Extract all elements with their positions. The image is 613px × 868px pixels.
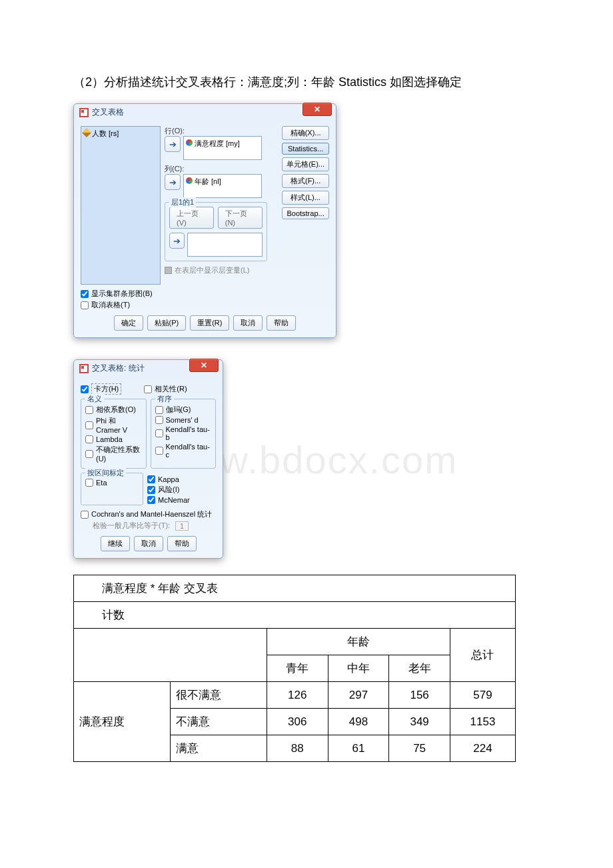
cell-2-2: 75 — [389, 735, 450, 762]
rows-label: 行(O): — [165, 126, 278, 136]
corr-label: 相关性(R) — [155, 384, 187, 394]
paste-button[interactable]: 粘贴(P) — [147, 315, 187, 331]
phi-cramer-check[interactable]: Phi 和 Cramer V — [85, 416, 142, 434]
cols-listbox[interactable]: 年龄 [nl] — [183, 174, 262, 198]
cmh-ratio-row: 检验一般几率比等于(T): 1 — [93, 521, 216, 531]
scale-icon — [82, 128, 91, 137]
help-button-2[interactable]: 帮助 — [167, 536, 197, 551]
crosstabs-dialog: 交叉表格 ✕ 人数 [rs] 行(O): ➔ 满意程度 [my] 列(C): ➔ — [73, 103, 336, 338]
move-to-rows-button[interactable]: ➔ — [165, 136, 181, 152]
table-row: 满意程度 很不满意 126 297 156 579 — [74, 682, 516, 709]
reset-button[interactable]: 重置(R) — [190, 315, 229, 331]
row-2-label: 满意 — [170, 735, 267, 762]
close-icon[interactable]: ✕ — [303, 103, 332, 116]
cluster-bar-checkbox[interactable] — [81, 290, 89, 298]
cell-1-t: 1153 — [450, 709, 515, 735]
col-young: 青年 — [267, 655, 328, 682]
svg-rect-5 — [81, 366, 84, 369]
cmh-value-field: 1 — [175, 521, 189, 531]
ordinal-legend: 有序 — [155, 394, 174, 404]
risk-checkbox[interactable] — [147, 486, 155, 494]
cell-1-2: 349 — [389, 709, 450, 735]
statistics-button[interactable]: Statistics... — [282, 143, 329, 155]
cluster-bar-check[interactable]: 显示集群条形图(B) — [81, 289, 329, 299]
move-to-cols-button[interactable]: ➔ — [165, 174, 181, 190]
suppress-tables-check[interactable]: 取消表格(T) — [81, 300, 329, 310]
row-group-label: 满意程度 — [74, 682, 171, 762]
cell-2-t: 224 — [450, 735, 515, 762]
risk-label: 风险(I) — [158, 485, 179, 495]
crosstab-result: 满意程度 * 年龄 交叉表 计数 年龄 总计 青年 中年 老年 满意程度 很不满… — [73, 575, 546, 762]
layer-next-button[interactable]: 下一页(N) — [218, 207, 263, 229]
cmh-sub-label: 检验一般几率比等于(T): — [93, 521, 170, 531]
svg-rect-2 — [81, 110, 84, 113]
interval-legend: 按区间标定 — [85, 468, 126, 478]
row-0-label: 很不满意 — [170, 682, 267, 709]
nominal-0: 相依系数(O) — [96, 405, 136, 415]
col-var: 年龄 [nl] — [195, 177, 221, 185]
cmh-check[interactable]: Cochran's and Mantel-Haenszel 统计 — [81, 509, 216, 519]
cells-button[interactable]: 单元格(E)... — [282, 157, 329, 171]
instruction-text: （2）分析描述统计交叉表格行：满意度;列：年龄 Statistics 如图选择确… — [73, 73, 546, 91]
table-title: 满意程度 * 年龄 交叉表 — [74, 575, 516, 602]
lambda-checkbox[interactable] — [85, 435, 93, 443]
age-header: 年龄 — [267, 629, 450, 655]
move-to-layer-button[interactable]: ➔ — [169, 233, 185, 249]
bootstrap-button[interactable]: Bootstrap... — [282, 207, 329, 219]
kendall-tau-b-check[interactable]: Kendall's tau-b — [155, 425, 212, 441]
gamma-checkbox[interactable] — [155, 406, 163, 414]
cmh-label: Cochran's and Mantel-Haenszel 统计 — [91, 509, 212, 519]
style-button[interactable]: 样式(L)... — [282, 191, 329, 205]
somers-d-check[interactable]: Somers' d — [155, 416, 212, 424]
layer-listbox[interactable] — [187, 233, 263, 257]
col-old: 老年 — [389, 655, 450, 682]
chi-label: 卡方(H) — [91, 383, 121, 395]
contingency-check[interactable]: 相依系数(O) — [85, 405, 142, 415]
gamma-check[interactable]: 伽玛(G) — [155, 405, 212, 415]
somers-d-checkbox[interactable] — [155, 416, 163, 424]
format-button[interactable]: 格式(F)... — [282, 174, 329, 188]
contingency-checkbox[interactable] — [85, 406, 93, 414]
cell-0-0: 126 — [267, 682, 328, 709]
chi-square-check[interactable]: 卡方(H) — [81, 383, 121, 395]
lambda-check[interactable]: Lambda — [85, 435, 142, 443]
close-icon[interactable]: ✕ — [189, 359, 219, 372]
eta-check[interactable]: Eta — [85, 479, 139, 487]
correlations-checkbox[interactable] — [144, 385, 152, 393]
exact-button[interactable]: 精确(X)... — [282, 126, 329, 140]
row-var: 满意程度 [my] — [195, 139, 240, 147]
mcnemar-checkbox[interactable] — [147, 496, 155, 504]
layer-prev-button[interactable]: 上一页(V) — [169, 207, 214, 229]
ordinal-0: 伽玛(G) — [166, 405, 191, 415]
kendall-tau-c-check[interactable]: Kendall's tau-c — [155, 443, 212, 459]
app-icon — [79, 364, 89, 373]
cell-0-2: 156 — [389, 682, 450, 709]
layer-legend: 层1的1 — [169, 197, 196, 207]
ok-button[interactable]: 确定 — [114, 315, 143, 331]
nominal-icon — [186, 139, 193, 146]
eta-checkbox[interactable] — [85, 479, 93, 487]
continue-button[interactable]: 继续 — [101, 536, 130, 551]
crosstab-table: 满意程度 * 年龄 交叉表 计数 年龄 总计 青年 中年 老年 满意程度 很不满… — [73, 575, 516, 762]
chi-square-checkbox[interactable] — [81, 385, 89, 393]
uncertainty-checkbox[interactable] — [85, 450, 93, 458]
cancel-button[interactable]: 取消 — [233, 315, 263, 331]
mcnemar-check[interactable]: McNemar — [147, 496, 216, 504]
rows-listbox[interactable]: 满意程度 [my] — [183, 136, 262, 160]
kendall-c-checkbox[interactable] — [155, 447, 163, 455]
statistics-dialog: 交叉表格: 统计 ✕ 卡方(H) 相关性(R) 名义 相依系数(O) Phi 和… — [73, 359, 223, 559]
source-var-list[interactable]: 人数 [rs] — [81, 126, 161, 285]
phi-cramer-checkbox[interactable] — [85, 421, 93, 429]
total-header: 总计 — [450, 629, 515, 682]
cmh-checkbox[interactable] — [81, 511, 89, 519]
kendall-b-checkbox[interactable] — [155, 429, 163, 437]
kappa-check[interactable]: Kappa — [147, 475, 216, 483]
risk-check[interactable]: 风险(I) — [147, 485, 216, 495]
uncertainty-check[interactable]: 不确定性系数(U) — [85, 445, 142, 463]
nominal-1: Phi 和 Cramer V — [96, 416, 142, 434]
cancel-button-2[interactable]: 取消 — [134, 536, 163, 551]
suppress-tables-checkbox[interactable] — [81, 301, 89, 309]
kappa-checkbox[interactable] — [147, 475, 155, 483]
correlations-check[interactable]: 相关性(R) — [144, 383, 187, 395]
help-button[interactable]: 帮助 — [267, 315, 296, 331]
